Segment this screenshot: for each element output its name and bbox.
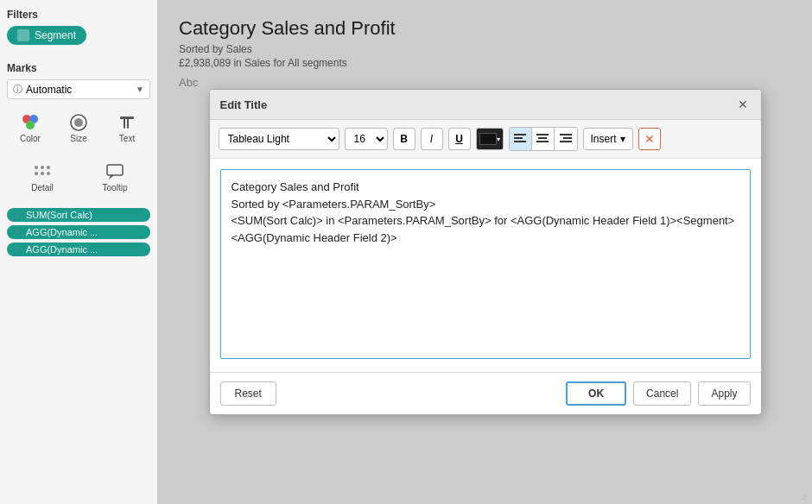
pill-sum-label: SUM(Sort Calc) (26, 210, 92, 220)
svg-rect-6 (124, 117, 125, 129)
footer-left: Reset (220, 381, 276, 406)
svg-point-13 (47, 172, 50, 175)
insert-arrow-icon: ▾ (620, 133, 625, 145)
marks-size-btn[interactable]: Size (55, 108, 102, 148)
marks-buttons-row2: Detail Tooltip (7, 157, 150, 198)
modal-title: Edit Title (220, 98, 268, 111)
pill-agg1[interactable]: ⁙ AGG(Dynamic ... (7, 225, 150, 239)
pill-dots-3: ⁙ (14, 245, 21, 254)
svg-rect-20 (538, 137, 547, 139)
alignment-group (509, 127, 578, 151)
align-center-icon (536, 134, 549, 144)
bold-button[interactable]: B (393, 128, 416, 150)
font-size-select[interactable]: 16 (345, 128, 388, 150)
clear-x-icon: ✕ (644, 132, 655, 146)
svg-point-12 (41, 172, 44, 175)
align-left-button[interactable] (510, 128, 532, 150)
modal-body: Category Sales and Profit Sorted by <Par… (210, 159, 761, 372)
svg-rect-7 (127, 117, 129, 129)
reset-button[interactable]: Reset (220, 381, 276, 406)
edit-title-textarea[interactable]: Category Sales and Profit Sorted by <Par… (220, 169, 751, 359)
svg-rect-16 (514, 134, 526, 135)
marks-dropdown[interactable]: ⓘ Automatic ▼ (7, 79, 150, 99)
modal-header: Edit Title ✕ (210, 90, 761, 120)
marks-dropdown-arrow: ▼ (136, 85, 144, 94)
svg-rect-14 (107, 165, 123, 175)
filter-chip-icon (17, 29, 29, 41)
marks-section: Marks ⓘ Automatic ▼ Color (7, 62, 150, 256)
detail-icon (33, 162, 52, 181)
svg-rect-21 (536, 141, 549, 142)
color-picker-button[interactable]: ▾ (476, 128, 504, 150)
modal-overlay: Edit Title ✕ Tableau Light 16 B I U ▾ (158, 0, 812, 504)
svg-rect-18 (514, 141, 526, 142)
sidebar: Filters Segment Marks ⓘ Automatic ▼ Colo… (0, 0, 158, 504)
main-content: Category Sales and Profit Sorted by Sale… (158, 0, 812, 504)
align-center-button[interactable] (532, 128, 555, 150)
size-icon (69, 113, 88, 132)
modal-footer: Reset OK Cancel Apply (210, 372, 761, 414)
marks-color-btn[interactable]: Color (7, 108, 54, 148)
insert-button[interactable]: Insert ▾ (583, 128, 633, 150)
close-icon[interactable]: ✕ (735, 97, 751, 112)
filters-label: Filters (7, 9, 150, 21)
align-right-button[interactable] (555, 128, 577, 150)
pill-dots-1: ⁙ (14, 211, 21, 219)
detail-label: Detail (31, 183, 54, 192)
tooltip-icon (105, 162, 124, 181)
marks-label: Marks (7, 62, 150, 74)
italic-button[interactable]: I (421, 128, 443, 150)
align-left-icon (514, 134, 526, 144)
color-swatch (479, 133, 497, 145)
footer-right: OK Cancel Apply (566, 381, 750, 406)
svg-rect-17 (514, 137, 523, 139)
svg-point-4 (74, 118, 83, 127)
svg-rect-24 (560, 141, 572, 142)
edit-title-dialog: Edit Title ✕ Tableau Light 16 B I U ▾ (209, 89, 762, 415)
svg-rect-23 (563, 137, 572, 139)
underline-button[interactable]: U (448, 128, 471, 150)
svg-point-2 (26, 121, 35, 129)
font-select[interactable]: Tableau Light (219, 128, 339, 150)
filter-chip-segment[interactable]: Segment (7, 26, 86, 45)
pill-agg1-label: AGG(Dynamic ... (26, 227, 98, 237)
svg-rect-22 (560, 134, 572, 135)
marks-buttons-row1: Color Size (7, 108, 150, 148)
marks-text-btn[interactable]: Text (104, 108, 150, 148)
size-label: Size (70, 134, 86, 143)
color-arrow-icon: ▾ (497, 135, 500, 143)
svg-rect-19 (536, 134, 549, 135)
color-icon (21, 113, 40, 132)
pill-agg2[interactable]: ⁙ AGG(Dynamic ... (7, 243, 150, 256)
color-label: Color (20, 134, 41, 143)
filter-chip-label: Segment (35, 29, 76, 41)
ok-button[interactable]: OK (566, 381, 626, 406)
pills-container: ⁙ SUM(Sort Calc) ⁙ AGG(Dynamic ... ⁙ AGG… (7, 208, 150, 256)
svg-point-11 (35, 172, 38, 175)
cancel-button[interactable]: Cancel (633, 381, 691, 406)
apply-button[interactable]: Apply (698, 381, 750, 406)
marks-detail-btn[interactable]: Detail (7, 157, 78, 198)
clear-button[interactable]: ✕ (638, 128, 661, 150)
svg-point-8 (35, 166, 38, 169)
marks-tooltip-btn[interactable]: Tooltip (79, 157, 150, 198)
modal-toolbar: Tableau Light 16 B I U ▾ (210, 120, 761, 159)
text-label: Text (119, 134, 135, 143)
svg-point-9 (41, 166, 44, 169)
marks-type-icon: ⓘ (13, 83, 22, 96)
resize-handle[interactable]: ⊿ (800, 492, 810, 502)
pill-dots-2: ⁙ (14, 228, 21, 236)
align-right-icon (560, 134, 572, 144)
marks-dropdown-label: Automatic (26, 84, 72, 96)
svg-point-10 (47, 166, 50, 169)
tooltip-label: Tooltip (103, 183, 128, 192)
pill-agg2-label: AGG(Dynamic ... (26, 244, 98, 255)
insert-label: Insert (591, 133, 617, 145)
text-icon (117, 113, 136, 132)
pill-sum[interactable]: ⁙ SUM(Sort Calc) (7, 208, 150, 222)
